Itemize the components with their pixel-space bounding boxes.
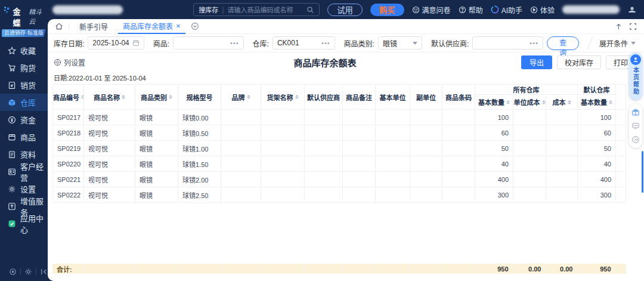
date-filter-input[interactable]: 2025-10-04 — [88, 36, 144, 50]
lookup-ellipsis-icon[interactable]: ••• — [321, 39, 330, 47]
cell-sub_unit — [410, 125, 442, 141]
expand-conditions-toggle[interactable]: 展开条件 — [599, 38, 639, 48]
column-header-note[interactable]: 商品备注 — [343, 85, 376, 110]
sidebar-item-purchase[interactable]: 购货 — [0, 59, 48, 76]
cell-filler — [616, 187, 626, 203]
cell-filler — [616, 156, 626, 172]
cell-spec: 球镜0.50 — [178, 125, 221, 141]
table-row[interactable]: SP0219视可悦眼镜球镜1.005050 — [53, 141, 626, 156]
sidebar-item-warehouse[interactable]: 仓库 — [0, 94, 48, 111]
column-settings-button[interactable]: 列设置 — [54, 57, 85, 67]
table-row[interactable]: SP0220视可悦眼镜球镜1.504040 — [53, 156, 626, 172]
cell-shelf — [261, 141, 305, 156]
sidebar-item-label: 购货 — [20, 62, 36, 73]
column-header-barcode[interactable]: 商品条码 — [442, 85, 475, 110]
export-button[interactable]: 导出 — [521, 55, 552, 69]
warehouse-filter-label: 仓库: — [253, 38, 269, 48]
cell-cost — [546, 187, 578, 203]
gift-icon[interactable] — [631, 108, 640, 116]
kingdee-logo-icon — [3, 5, 11, 14]
play-circle-icon — [530, 6, 538, 14]
cell-base_unit — [376, 172, 410, 187]
scroll-top-icon[interactable] — [615, 23, 623, 30]
sidebar-item-funds[interactable]: 资金 — [0, 111, 48, 128]
column-header-all-base-qty[interactable]: 基本数量 — [475, 95, 513, 110]
ai-assistant-link[interactable]: AI助手 — [491, 5, 522, 15]
sidebar-item-app-center[interactable]: 应用中心 — [0, 215, 48, 232]
sidebar-item-customer[interactable]: 客户经营 — [0, 163, 48, 180]
search-icon[interactable] — [306, 6, 314, 14]
warehouse-filter-input[interactable]: CK001 ••• — [273, 36, 335, 50]
sidebar-item-sales[interactable]: 销货 — [0, 76, 48, 94]
theme-icon[interactable] — [24, 268, 32, 276]
verify-stock-button[interactable]: 校对库存 — [557, 55, 601, 69]
lookup-ellipsis-icon[interactable]: ••• — [530, 39, 538, 47]
lookup-ellipsis-icon[interactable]: ••• — [230, 39, 239, 47]
cell-base_unit — [376, 110, 410, 125]
column-header-supplier[interactable]: 默认供应商 — [305, 85, 343, 110]
cell-barcode — [442, 141, 475, 156]
table-row[interactable]: SP0221视可悦眼镜球镜2.00400400 — [53, 172, 626, 187]
column-header-unit-cost[interactable]: 单位成本 — [513, 95, 546, 110]
category-filter-select[interactable]: 眼镜 — [378, 36, 422, 50]
account-icon[interactable] — [627, 6, 637, 14]
fullscreen-icon[interactable] — [629, 23, 637, 30]
cell-unit_cost — [513, 110, 546, 125]
assistant-avatar-icon — [630, 54, 641, 65]
cell-all_qty: 40 — [475, 156, 513, 172]
scrollbar-thumb[interactable] — [642, 151, 643, 193]
cell-code: SP0219 — [53, 141, 84, 156]
column-header-product-code[interactable]: 商品编号 — [53, 85, 84, 110]
tab-beginner-guide[interactable]: 新手引导 — [75, 19, 113, 34]
column-settings-label: 列设置 — [64, 57, 85, 67]
report-toolbar: 商品库存余额表 列设置 导出 校对库存 打印 — [48, 54, 644, 70]
gear-icon — [8, 185, 16, 193]
experience-link[interactable]: 体验 — [530, 5, 555, 15]
inventory-search-input[interactable]: 搜库存 | 请输入商品编码或名称 — [193, 3, 320, 16]
divider: | — [222, 5, 224, 14]
help-link[interactable]: 帮助 — [459, 5, 483, 15]
column-header-spec[interactable]: 规格型号 — [178, 85, 221, 110]
cell-cost — [546, 110, 578, 125]
cell-brand — [221, 172, 261, 187]
feedback-icon[interactable] — [631, 122, 640, 130]
column-header-shelf[interactable]: 货架名称 — [261, 85, 305, 110]
column-header-base-unit[interactable]: 基本单位 — [376, 85, 410, 110]
tab-list-dropdown-icon[interactable] — [191, 22, 199, 30]
target-icon[interactable] — [9, 268, 17, 276]
buy-button[interactable]: 购买 — [370, 4, 404, 16]
sidebar-item-favorites[interactable]: 收藏 — [0, 42, 48, 59]
collapse-sidebar-icon[interactable] — [40, 268, 48, 276]
trial-button[interactable]: 试用 — [327, 4, 363, 16]
cell-supplier — [305, 141, 343, 156]
column-header-category[interactable]: 商品类别 — [135, 85, 178, 110]
column-header-product-name[interactable]: 商品名称 — [84, 85, 135, 110]
collapse-widget-icon[interactable] — [631, 135, 640, 144]
survey-link[interactable]: 满意问卷 — [412, 5, 451, 15]
table-row[interactable]: SP0218视可悦眼镜球镜0.506060 — [53, 125, 626, 141]
column-header-brand[interactable]: 品牌 — [221, 85, 261, 110]
cell-spec: 球镜2.00 — [178, 172, 221, 187]
cell-brand — [221, 156, 261, 172]
table-row[interactable]: SP0222视可悦眼镜球镜2.50300300 — [53, 187, 626, 203]
table-row[interactable]: SP0217视可悦眼镜球镜0.00100100 — [53, 110, 626, 125]
tab-inventory-balance-report[interactable]: 商品库存余额表 × — [118, 19, 185, 34]
column-header-sub-unit[interactable]: 副单位 — [410, 85, 442, 110]
product-filter-input[interactable]: ••• — [173, 36, 243, 50]
report-table-container: 商品编号 商品名称 商品类别 规格型号 品牌 货架名称 默认供应商 商品备注 基… — [52, 84, 626, 203]
column-header-cost[interactable]: 成本 — [546, 95, 578, 110]
home-tab-icon[interactable] — [55, 22, 63, 30]
column-header-default-base-qty[interactable]: 基本数量 — [578, 95, 616, 110]
sort-icon — [247, 95, 250, 99]
totals-table: 合计: 950 0.00 0.00 950 — [52, 264, 626, 274]
page-help-button[interactable]: 本页帮助 — [629, 53, 642, 100]
tab-close-icon[interactable]: × — [176, 22, 181, 30]
cell-brand — [221, 125, 261, 141]
column-header-filler — [616, 85, 626, 110]
query-button[interactable]: 查询 — [547, 36, 579, 50]
sidebar-item-goods[interactable]: 商品 — [0, 128, 48, 146]
supplier-filter-input[interactable]: ••• — [472, 36, 543, 50]
cell-name: 视可悦 — [84, 187, 135, 203]
divider — [36, 268, 36, 275]
customer-icon — [8, 168, 16, 176]
